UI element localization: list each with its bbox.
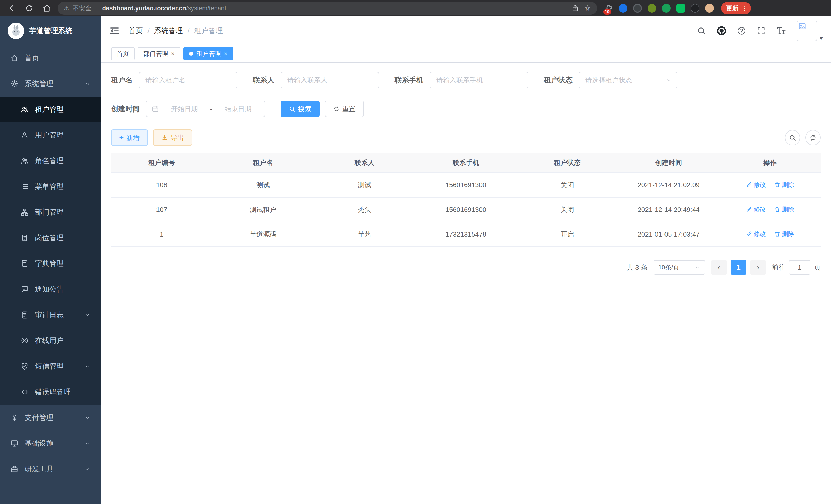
cell-tenant-id: 108 [111,173,212,197]
chevron-left-icon: ‹ [718,264,720,271]
sidebar-item-tenant-management[interactable]: 租户管理 [0,97,101,122]
export-button[interactable]: 导出 [153,129,192,146]
extension-icon-dark[interactable] [633,4,642,12]
github-icon[interactable] [716,26,727,36]
sidebar-item-label: 租户管理 [35,105,90,114]
date-range-picker[interactable]: 开始日期 - 结束日期 [146,101,265,117]
header-search-icon[interactable] [697,26,706,35]
sidebar-item-error-code-management[interactable]: 错误码管理 [0,379,101,405]
filter-created-time: 创建时间 开始日期 - 结束日期 [111,101,265,117]
extension-puzzle-icon[interactable]: 10 [604,4,613,12]
tab-tenant-management[interactable]: 租户管理 × [183,47,233,60]
tab-home[interactable]: 首页 [111,47,135,60]
extension-icon-blue[interactable] [619,4,628,12]
update-button-label: 更新 [726,4,739,12]
chevron-down-icon [694,264,700,270]
sidebar-item-dictionary-management[interactable]: 字典管理 [0,251,101,276]
breadcrumb-item-system[interactable]: 系统管理 [154,26,183,36]
fullscreen-icon[interactable] [756,26,766,35]
delete-label: 删除 [782,205,794,213]
sidebar-item-dev-tools[interactable]: 研发工具 [0,456,101,482]
font-size-icon[interactable] [776,26,786,36]
page-unit-label: 页 [814,263,821,272]
browser-home-icon[interactable] [40,2,53,15]
cell-phone: 15601691300 [415,173,517,197]
profile-avatar-icon[interactable] [705,4,714,12]
contact-label: 联系人 [253,75,275,85]
share-icon[interactable] [571,4,579,12]
contact-input[interactable] [281,72,379,88]
sidebar-item-label: 审计日志 [35,310,78,320]
extension-icon-green-circle[interactable] [662,4,671,12]
tab-department-management[interactable]: 部门管理 × [138,47,180,60]
status-select[interactable]: 请选择租户状态 [579,72,677,88]
refresh-table-button[interactable] [805,130,821,145]
page-number-button[interactable]: 1 [731,260,746,275]
edit-button[interactable]: 修改 [746,181,766,189]
delete-button[interactable]: 删除 [774,230,794,238]
cell-tenant-name: 芋道源码 [212,222,314,246]
page-size-select[interactable]: 10条/页 [654,260,705,275]
sidebar-item-payment-management[interactable]: 支付管理 [0,405,101,431]
goto-page-input[interactable] [789,260,810,275]
edit-button[interactable]: 修改 [746,205,766,213]
toggle-search-button[interactable] [785,130,800,145]
delete-button[interactable]: 删除 [774,181,794,189]
address-bar[interactable]: ⚠ 不安全 dashboard.yudao.iocoder.cn/system/… [58,2,597,14]
sidebar-item-user-management[interactable]: 用户管理 [0,122,101,148]
help-icon[interactable] [737,26,746,35]
page-content: 租户名 联系人 联系手机 租户状态 请选择租户状态 [101,63,831,504]
app-logo[interactable]: 芋道管理系统 [0,17,101,45]
browser-back-icon[interactable] [5,2,19,15]
browser-update-button[interactable]: 更新 ⋮ [721,2,751,14]
next-page-button[interactable]: › [750,260,766,275]
tenant-name-input[interactable] [139,72,237,88]
security-label[interactable]: 不安全 [73,4,91,12]
sidebar-item-system-management[interactable]: 系统管理 [0,71,101,97]
user-avatar-dropdown[interactable]: ▾ [797,21,823,41]
search-button[interactable]: 搜索 [281,101,320,117]
navbar-actions: ▾ [697,21,823,41]
cell-actions: 修改删除 [719,222,821,246]
pagination-total: 共 3 条 [627,263,648,272]
sidebar-item-online-users[interactable]: 在线用户 [0,328,101,353]
sidebar-item-infrastructure[interactable]: 基础设施 [0,431,101,456]
browser-menu-dots-icon[interactable]: ⋮ [741,5,748,11]
sidebar-item-role-management[interactable]: 角色管理 [0,148,101,174]
close-icon[interactable]: × [171,51,175,57]
close-icon[interactable]: × [224,51,228,57]
reset-button[interactable]: 重置 [325,101,364,117]
extension-icon-green-square[interactable] [676,4,685,12]
chevron-down-icon [84,466,90,472]
sidebar-item-menu-management[interactable]: 菜单管理 [0,174,101,199]
extension-icon-olive[interactable] [648,4,656,12]
browser-reload-icon[interactable] [23,2,36,15]
sidebar-item-post-management[interactable]: 岗位管理 [0,225,101,251]
breadcrumb: 首页 / 系统管理 / 租户管理 [128,26,223,36]
delete-button[interactable]: 删除 [774,205,794,213]
extension-icon-black[interactable] [691,4,699,12]
edit-button[interactable]: 修改 [746,230,766,238]
sidebar-item-audit-log[interactable]: 审计日志 [0,302,101,328]
gear-icon [10,80,19,88]
sidebar-item-label: 用户管理 [35,130,90,140]
bookmark-star-icon[interactable]: ☆ [584,4,591,12]
sidebar-item-department-management[interactable]: 部门管理 [0,199,101,225]
add-button[interactable]: + 新增 [111,129,148,146]
add-button-label: 新增 [126,133,140,142]
filter-phone: 联系手机 [395,72,528,88]
prev-page-button[interactable]: ‹ [711,260,727,275]
sidebar-item-notice[interactable]: 通知公告 [0,276,101,302]
phone-input[interactable] [430,72,528,88]
sidebar-item-home[interactable]: 首页 [0,45,101,71]
sidebar-collapse-icon[interactable] [109,25,120,36]
status-select-placeholder: 请选择租户状态 [585,76,632,85]
pager: ‹ 1 › [711,260,766,275]
reset-button-label: 重置 [342,105,355,114]
tab-label: 首页 [117,50,129,58]
browser-chrome: ⚠ 不安全 dashboard.yudao.iocoder.cn/system/… [0,0,831,17]
sidebar-item-sms-management[interactable]: 短信管理 [0,353,101,379]
column-header-actions: 操作 [719,153,821,173]
date-range-separator: - [210,105,212,113]
breadcrumb-item-home[interactable]: 首页 [128,26,143,36]
